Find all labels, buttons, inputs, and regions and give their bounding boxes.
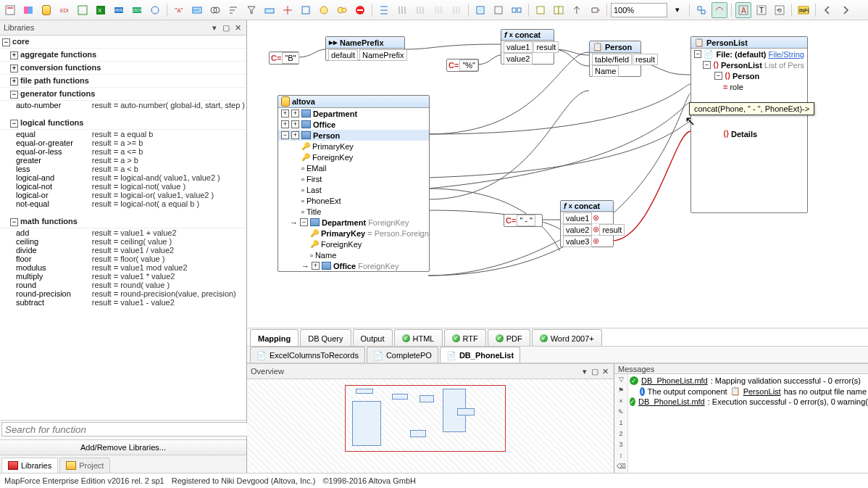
toolbar-btn-sel2[interactable] (711, 2, 727, 18)
toolbar-back-icon[interactable] (819, 2, 835, 18)
doctab-completepo[interactable]: 📄 CompletePO (367, 347, 438, 363)
toolbar-btn-edi[interactable]: EDI (57, 2, 72, 18)
toolbar-btn-1[interactable] (2, 2, 18, 18)
svg-rect-1 (7, 7, 13, 9)
toolbar-btn-auto2[interactable] (412, 2, 428, 18)
ok-icon: ✓ (630, 376, 638, 385)
toolbar-btn-align[interactable] (376, 2, 392, 18)
toolbar-btn-if[interactable] (280, 2, 296, 18)
tab-rtf[interactable]: ✓RTF (444, 329, 486, 346)
toolbar-btn-show2[interactable] (491, 2, 506, 18)
toolbar-forward-icon[interactable] (838, 2, 854, 18)
overview-pin-icon[interactable]: ▢ (590, 366, 600, 376)
nameprefix-node[interactable]: ▸▸ NamePrefix defaultNamePrefix (325, 36, 405, 61)
toolbar-btn-sel1[interactable] (693, 2, 709, 18)
constant-node-percent[interactable]: C="%" (446, 59, 479, 72)
concat-node-1[interactable]: fx concat value1result value2 (501, 29, 554, 65)
cursor-icon: ↖ (685, 113, 696, 129)
mapping-canvas[interactable]: C="B" ▸▸ NamePrefix defaultNamePrefix C=… (247, 20, 868, 328)
toolbar-btn-udf2[interactable] (551, 2, 567, 18)
svg-text:JSON: JSON (133, 8, 142, 12)
toolbar-btn-auto3[interactable] (430, 2, 446, 18)
toolbar-btn-udf[interactable] (533, 2, 548, 18)
toolbar-btn-prio2[interactable] (587, 2, 603, 18)
concat-node-2[interactable]: fx concat value1 ⊗ value2 ⊗result value3… (560, 200, 614, 247)
toolbar-ann-r[interactable]: ⟲ (772, 2, 788, 18)
add-remove-libraries-button[interactable]: Add/Remove Libraries... (0, 439, 246, 455)
overview-close-icon[interactable]: ✕ (600, 366, 610, 376)
panel-pin-icon[interactable]: ▢ (221, 22, 231, 33)
zoom-dropdown-icon[interactable]: ▾ (669, 2, 685, 18)
ok-icon: ✓ (630, 397, 635, 406)
toolbar-ann-t[interactable]: T (754, 2, 769, 18)
tab-output[interactable]: Output (353, 329, 393, 346)
zoom-combo[interactable] (611, 3, 667, 17)
svg-rect-31 (554, 7, 559, 14)
tab-mapping[interactable]: Mapping (250, 329, 299, 346)
tab-word[interactable]: ✓Word 2007+ (532, 329, 602, 346)
doctab-excel[interactable]: 📄 ExcelColumnsToRecords (250, 347, 365, 363)
status-bar: MapForce Enterprise Edition v2016 rel. 2… (0, 473, 868, 488)
toolbar-btn-ws[interactable] (147, 2, 163, 18)
toolbar-info[interactable]: INFO (796, 2, 811, 18)
tab-libraries[interactable]: Libraries (1, 458, 58, 473)
svg-point-22 (342, 8, 346, 12)
tab-dbquery[interactable]: DB Query (300, 329, 351, 346)
toolbar-ann-a[interactable]: A (735, 2, 751, 18)
toolbar-btn-exc[interactable] (352, 2, 368, 18)
svg-text:INFO: INFO (799, 8, 809, 13)
toolbar-btn-const[interactable]: "a" (171, 2, 187, 18)
panel-close-icon[interactable]: ✕ (233, 22, 243, 33)
altova-db-node[interactable]: altova ++ Department ++ Office −+ Person… (277, 95, 430, 272)
messages-list[interactable]: ✓ DB_PhoneList.mfd: Mapping validation s… (628, 374, 868, 473)
function-search-input[interactable] (1, 422, 252, 437)
toolbar-btn-show1[interactable] (472, 2, 488, 18)
toolbar-btn-prio[interactable] (569, 2, 585, 18)
tab-project[interactable]: Project (59, 458, 110, 473)
toolbar-btn-join[interactable] (207, 2, 223, 18)
personlist-node[interactable]: 📋 PersonList − 📄 File: (default) File/St… (690, 36, 808, 213)
svg-rect-19 (302, 7, 309, 14)
db-icon (281, 96, 290, 107)
tab-html[interactable]: ✓HTML (394, 329, 443, 346)
svg-rect-30 (537, 7, 544, 14)
toolbar-btn-filter[interactable] (243, 2, 259, 18)
svg-text:EDI: EDI (60, 8, 69, 13)
messages-toolbar[interactable]: ▽⚑×✎123↕⌫ (614, 374, 628, 473)
svg-rect-5 (78, 6, 87, 15)
toolbar-btn-xsd[interactable] (20, 2, 36, 18)
toolbar-btn-valmap[interactable] (298, 2, 314, 18)
toolbar-btn-xbrl[interactable]: XBRL (111, 2, 127, 18)
toolbar-btn-var[interactable]: VAR (189, 2, 205, 18)
panel-menu-icon[interactable]: ▾ (209, 22, 220, 33)
toolbar-btn-auto4[interactable] (448, 2, 464, 18)
document-tabs: 📄 ExcelColumnsToRecords 📄 CompletePO 📄 D… (247, 347, 868, 363)
svg-text:X: X (98, 7, 102, 14)
toolbar-btn-show3[interactable] (509, 2, 525, 18)
toolbar-btn-ff[interactable] (75, 2, 91, 18)
constant-node-b[interactable]: C="B" (269, 51, 299, 65)
overview-minimap[interactable] (247, 379, 614, 473)
libraries-tree[interactable]: − core + aggregate functions + conversio… (0, 36, 246, 421)
svg-text:XBRL: XBRL (114, 8, 124, 12)
toolbar-btn-sqlw[interactable] (262, 2, 277, 18)
person-node[interactable]: 📋 Person table/fieldresult Name (589, 41, 641, 77)
constant-node-dash[interactable]: C=" - " (504, 214, 543, 227)
toolbar-btn-xls[interactable]: X (93, 2, 109, 18)
overview-panel: Overview ▾ ▢ ✕ (247, 364, 614, 473)
svg-rect-18 (265, 9, 274, 13)
tab-pdf[interactable]: ✓PDF (488, 329, 530, 346)
toolbar-btn-db[interactable] (38, 2, 54, 18)
messages-panel: Messages ▽⚑×✎123↕⌫ ✓ DB_PhoneList.mfd: M… (614, 364, 868, 473)
svg-text:A: A (741, 7, 746, 15)
doctab-dbphonelist[interactable]: 📄 DB_PhoneList (440, 347, 520, 363)
svg-point-12 (151, 7, 159, 14)
svg-rect-24 (357, 9, 363, 11)
overview-menu-icon[interactable]: ▾ (580, 366, 590, 376)
toolbar-btn-simple[interactable] (316, 2, 332, 18)
toolbar-btn-simple2[interactable] (334, 2, 350, 18)
toolbar-btn-auto1[interactable] (394, 2, 410, 18)
toolbar-btn-sort[interactable] (225, 2, 241, 18)
toolbar-btn-json[interactable]: JSON (129, 2, 145, 18)
svg-rect-32 (559, 7, 563, 14)
